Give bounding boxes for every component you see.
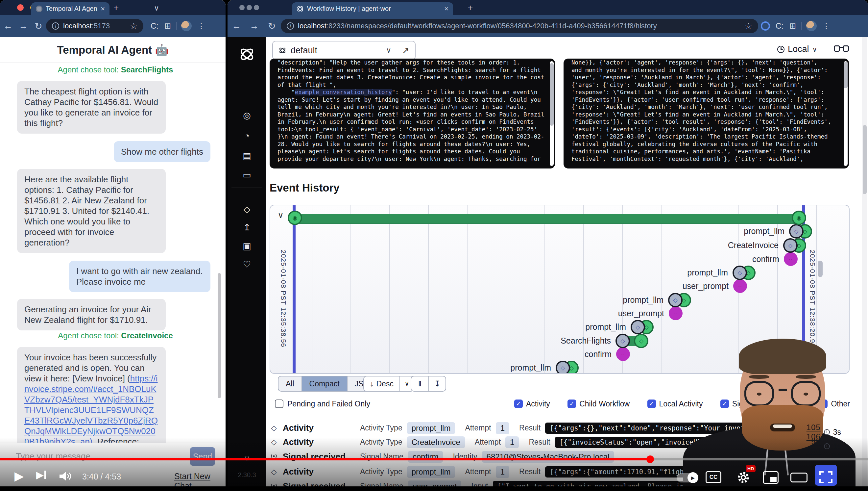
new-tab-button[interactable]: + [114,3,119,13]
browser-tab-temporal-ai-agent[interactable]: Temporal AI Agent × [31,2,110,15]
video-frame: Temporal AI Agent × + ∨ ← → ↻ i localhos… [0,0,868,491]
bookmark-star-icon[interactable]: ☆ [745,21,752,31]
field-label: Activity Type [360,467,402,476]
captions-button[interactable]: CC [706,471,721,483]
progress-bar-remaining[interactable] [650,458,868,460]
timeline-event-marker-CreateInvoice[interactable]: ◇◇ [783,238,813,253]
bookmark-star-icon[interactable]: ☆ [130,21,137,31]
theater-mode-button[interactable] [790,472,807,483]
settings-gear-icon[interactable] [737,470,750,484]
timeline-event-marker-prompt_llm[interactable]: ◇◇ [789,224,819,239]
clock-icon [777,46,784,53]
checkbox-unchecked-icon[interactable] [275,400,283,408]
volume-icon[interactable] [59,470,73,482]
labs-glasses-icon[interactable] [834,46,849,53]
code-scrollbar-thumb[interactable] [550,63,554,126]
invoice-link[interactable]: https://invoice.stripe.com/i/acct_1NBOLu… [24,374,158,443]
miniplayer-button[interactable] [763,471,779,484]
extensions-puzzle-icon[interactable]: ⊞ [164,21,171,31]
tab-title: Temporal AI Agent [46,5,97,12]
autoplay-toggle[interactable]: ▶ [677,473,698,483]
temporal-logo-icon[interactable] [239,46,255,62]
play-button[interactable]: ▶ [14,469,24,483]
workflow-span-bar[interactable] [296,214,802,224]
timeline-scrollbar-thumb[interactable] [818,261,823,277]
timezone-select[interactable]: Local ∨ [777,44,817,54]
traffic-lights-inactive[interactable] [239,4,259,10]
back-icon[interactable]: ← [227,21,245,31]
fullscreen-button[interactable] [819,471,833,483]
collapse-chevron-icon[interactable]: ∨ [278,210,284,220]
workflow-input-json-left[interactable]: "description": "Help the user gather arg… [270,59,555,169]
extension-c-icon[interactable]: C: [151,21,158,31]
codec-server-icon[interactable]: ▣ [227,241,266,252]
site-info-icon[interactable]: i [52,22,59,30]
reload-icon[interactable]: ↻ [31,21,46,32]
timeline-event-marker-prompt_llm[interactable]: ◇◇ [668,293,698,307]
namespaces-icon[interactable]: ◇ [227,204,266,214]
forward-icon[interactable]: → [16,21,31,31]
pause-button[interactable]: ‖ [411,376,428,391]
workflows-icon[interactable]: ◎ [227,110,266,121]
sort-order-button[interactable]: ↓Desc ∨ [363,376,414,392]
workflow-start-marker[interactable]: ◉ [288,211,302,225]
timeline-event-marker-user_prompt[interactable]: ·· [733,279,763,293]
extension-c-icon[interactable]: C: [776,21,783,31]
menu-dots-icon[interactable]: ⋮ [197,21,205,31]
checkbox-checked-icon[interactable]: ✓ [567,400,576,408]
namespace-select[interactable]: default ∨ [272,41,397,60]
feedback-heart-icon[interactable]: ♡ [227,259,266,270]
timeline-event-marker-prompt_llm[interactable]: ◇◇ [556,361,585,374]
timeline-event-marker-SearchFlights[interactable]: ◇◇ [616,334,645,348]
workflow-input-json-right[interactable]: None}}, {'actor': 'agent', 'response': {… [563,59,849,169]
archive-icon[interactable]: ▭ [227,170,266,180]
tool-choice-note: Agent chose tool: CreateInvoice [17,331,214,340]
page-scrollbar-track[interactable] [862,37,867,491]
menu-dots-icon[interactable]: ⋮ [822,21,830,31]
site-info-icon[interactable]: i [287,22,294,30]
address-bar[interactable]: i localhost:8233/namespaces/default/work… [281,19,758,33]
filter-child-workflow[interactable]: ✓Child Workflow [567,400,630,408]
browser-tab-workflow-history[interactable]: Workflow History | agent-wor × [292,2,453,15]
close-tab-icon[interactable]: × [101,5,105,13]
checkbox-checked-icon[interactable]: ✓ [514,400,523,408]
tab-search-chevron-icon[interactable]: ∨ [154,4,159,12]
forward-icon[interactable]: → [245,21,263,31]
code-clipped-line: "description": "Help the user gather arg… [278,59,520,66]
code-scrollbar-thumb[interactable] [844,62,848,88]
profile-avatar[interactable] [806,21,817,31]
chat-scrollbar[interactable] [218,273,221,398]
chat-messages: Agent chose tool: SearchFlightsThe cheap… [0,64,225,443]
next-button[interactable]: ▶ [36,469,46,481]
workflow-end-marker[interactable]: ◉ [792,211,806,225]
timeline-event-marker-confirm[interactable]: ·· [784,252,813,266]
download-history-button[interactable]: ↧ [428,376,445,391]
profile-avatar[interactable] [181,21,192,31]
password-manager-icon[interactable] [761,21,770,31]
checkbox-checked-icon[interactable]: ✓ [647,400,656,408]
back-icon[interactable]: ← [0,21,16,31]
send-button[interactable]: Send [190,447,215,466]
theme-sun-icon[interactable]: ☼ [227,453,266,463]
timeline-event-marker-prompt_llm[interactable]: ◇◇ [733,266,762,280]
view-tab-compact[interactable]: Compact [302,376,347,391]
timeline-event-marker-user_prompt[interactable]: ·· [669,307,699,321]
close-tab-icon[interactable]: × [444,5,448,13]
timeline-event-marker-prompt_llm[interactable]: ◇◇ [631,320,660,334]
timeline-event-marker-confirm[interactable]: ·· [616,347,646,362]
page-scrollbar-thumb[interactable] [863,125,867,194]
timezone-value: Local [788,44,809,54]
filter-activity[interactable]: ✓Activity [514,400,550,408]
address-bar[interactable]: i localhost:5173 ☆ [46,19,143,33]
extensions-puzzle-icon[interactable]: ⊞ [789,21,796,31]
progress-bar-played[interactable] [0,458,650,460]
batch-operations-icon[interactable]: ▤ [227,151,266,161]
new-tab-button[interactable]: + [468,3,473,13]
progress-scrubber[interactable] [646,456,654,463]
schedules-icon[interactable]: ◔ [227,131,266,141]
reload-icon[interactable]: ↻ [263,21,281,32]
open-namespace-external-button[interactable]: ↗ [397,41,415,60]
field-chip-value: 1 [496,466,509,478]
import-icon[interactable]: ↥ [227,222,266,233]
view-tab-all[interactable]: All [278,376,302,391]
